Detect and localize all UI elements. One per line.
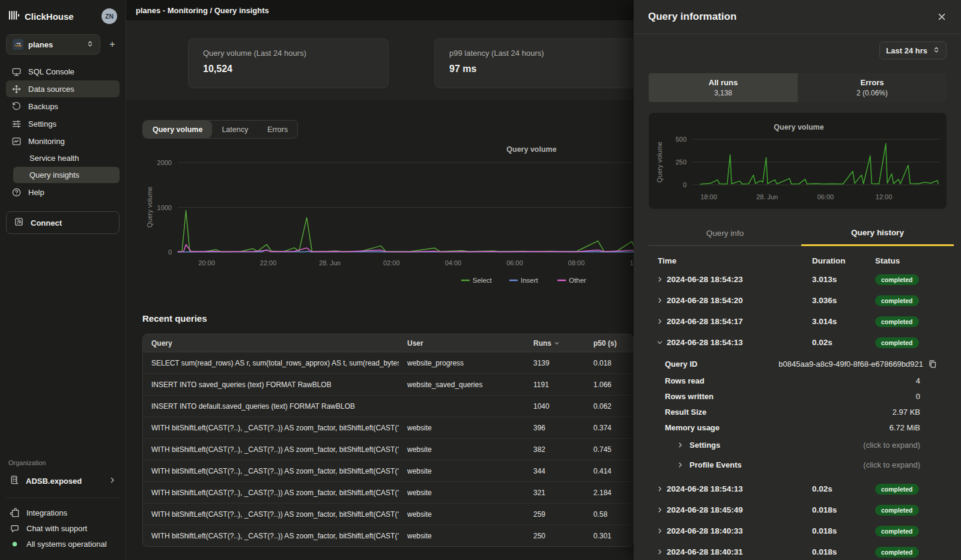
connect-button[interactable]: Connect (6, 211, 120, 234)
detail-label: Rows written (665, 392, 714, 401)
segment-errors[interactable]: Errors 2 (0.06%) (798, 73, 947, 102)
svg-text:22:00: 22:00 (260, 259, 277, 266)
history-row[interactable]: 2024-06-28 18:40:330.018scompleted (649, 520, 947, 541)
status-dot-icon (10, 539, 20, 549)
footer-item-integrations[interactable]: Integrations (6, 505, 120, 520)
time-range-value: Last 24 hrs (886, 46, 927, 55)
tab-query-volume[interactable]: Query volume (143, 121, 212, 138)
sidebar-item-label: Help (28, 188, 44, 197)
chevron-right-icon (109, 477, 116, 484)
table-row[interactable]: WITH bitShiftLeft(CAST(?..), _CAST(?..))… (143, 504, 633, 525)
segment-all-runs[interactable]: All runs 3,138 (649, 73, 798, 102)
tab-query-history[interactable]: Query history (801, 221, 954, 246)
history-row[interactable]: 2024-06-28 18:54:233.013scompleted (649, 269, 947, 290)
sidebar-item-label: SQL Console (28, 67, 74, 76)
chevron-right-icon (656, 528, 663, 534)
chevron-right-icon (656, 318, 663, 325)
time-range-select[interactable]: Last 24 hrs (879, 41, 947, 59)
sidebar-item-monitoring[interactable]: Monitoring (6, 133, 120, 149)
detail-row-memory-usage: Memory usage6.72 MiB (649, 420, 947, 435)
organization-row[interactable]: ADSB.exposed (6, 472, 120, 490)
chevron-right-icon (649, 318, 667, 325)
history-row[interactable]: 2024-06-28 18:45:490.018scompleted (649, 499, 947, 520)
table-row[interactable]: WITH bitShiftLeft(CAST(?..), _CAST(?..))… (143, 482, 633, 504)
cell-query: WITH bitShiftLeft(CAST(?..), _CAST(?..))… (143, 445, 399, 454)
chevron-right-icon (649, 507, 667, 513)
sidebar-item-help[interactable]: Help (6, 184, 120, 200)
tab-errors[interactable]: Errors (258, 121, 297, 138)
query-information-drawer: Query information Last 24 hrs All runs 3… (634, 0, 961, 560)
footer-item-all-systems-operational[interactable]: All systems operational (6, 536, 120, 552)
connect-icon (14, 217, 24, 227)
table-row[interactable]: INSERT INTO default.saved_queries (text)… (143, 396, 633, 417)
expander-label: Profile Events (690, 460, 742, 469)
svg-text:28. Jun: 28. Jun (756, 193, 778, 200)
expander-settings[interactable]: Settings(click to expand) (649, 435, 947, 455)
chevron-right-icon (649, 297, 667, 304)
close-icon[interactable] (937, 12, 947, 22)
table-row[interactable]: WITH bitShiftLeft(CAST(?..), _CAST(?..))… (143, 439, 633, 460)
cell-runs: 344 (525, 467, 585, 475)
history-status: completed (875, 505, 947, 516)
column-header-runs[interactable]: Runs (525, 339, 585, 348)
detail-label: Memory usage (665, 423, 720, 432)
svg-text:Other: Other (569, 277, 586, 284)
sidebar-item-settings[interactable]: Settings (6, 115, 120, 132)
svg-text:Select: Select (473, 277, 493, 284)
sidebar-item-label: Service health (29, 154, 79, 163)
cell-runs: 1040 (525, 402, 585, 411)
history-row[interactable]: 2024-06-28 18:54:173.014scompleted (649, 311, 947, 332)
chevron-right-icon (649, 549, 667, 555)
column-header-query[interactable]: Query (143, 339, 399, 348)
sidebar-item-data-sources[interactable]: Data sources (6, 80, 120, 97)
history-header: TimeDurationStatus (649, 252, 947, 269)
tab-query-info[interactable]: Query info (649, 221, 801, 246)
query-history: TimeDurationStatus2024-06-28 18:54:233.0… (649, 252, 947, 560)
sidebar-item-service-health[interactable]: Service health (13, 150, 120, 166)
status-badge: completed (875, 526, 919, 537)
cell-query: INSERT INTO default.saved_queries (text)… (143, 402, 399, 411)
column-header-p50-s[interactable]: p50 (s) (585, 339, 633, 348)
connect-label: Connect (31, 218, 62, 227)
expander-profile-events[interactable]: Profile Events(click to expand) (649, 455, 947, 475)
history-row[interactable]: 2024-06-28 18:54:203.036scompleted (649, 290, 947, 311)
table-row[interactable]: SELECT sum(read_rows) AS r, sum(total_ro… (143, 352, 633, 374)
connect-icon (14, 217, 24, 229)
svg-text:20:00: 20:00 (198, 259, 215, 266)
sidebar-item-query-insights[interactable]: Query insights (13, 167, 120, 183)
history-duration: 0.018s (806, 526, 875, 535)
avatar[interactable]: ZN (102, 8, 117, 24)
brand[interactable]: ClickHouse ZN (6, 6, 120, 25)
table-row[interactable]: WITH bitShiftLeft(CAST(?..), _CAST(?..))… (143, 417, 633, 439)
detail-value: 6.72 MiB (890, 423, 920, 432)
sidebar-item-backups[interactable]: Backups (6, 98, 120, 115)
history-status: completed (875, 547, 947, 558)
chevron-updown-icon (933, 46, 940, 53)
chevron-right-icon (649, 276, 667, 283)
svg-text:02:00: 02:00 (383, 259, 400, 266)
chart-tabs: Query volumeLatencyErrors (142, 120, 298, 139)
table-header: QueryUserRunsp50 (s) (143, 334, 633, 352)
column-header-user[interactable]: User (399, 339, 525, 348)
table-row[interactable]: WITH bitShiftLeft(CAST(?..), _CAST(?..))… (143, 460, 633, 482)
clickhouse-logo-icon (8, 10, 20, 23)
segment-label: Errors (860, 78, 884, 87)
cell-user: website (399, 532, 525, 540)
history-row[interactable]: 2024-06-28 18:54:130.02scompleted (649, 332, 947, 353)
history-row[interactable]: 2024-06-28 18:40:310.018scompleted (649, 541, 947, 560)
history-row[interactable]: 2024-06-28 18:54:130.02scompleted (649, 478, 947, 499)
runs-errors-segments: All runs 3,138 Errors 2 (0.06%) (649, 73, 947, 102)
sidebar-item-sql-console[interactable]: SQL Console (6, 63, 120, 80)
svg-text:500: 500 (676, 136, 687, 143)
backups-icon (11, 101, 22, 112)
tab-latency[interactable]: Latency (212, 121, 258, 138)
history-status: completed (875, 526, 947, 537)
service-select[interactable]: planes (6, 34, 100, 55)
drawer-title: Query information (648, 11, 736, 23)
table-row[interactable]: WITH bitShiftLeft(CAST(?..), _CAST(?..))… (143, 525, 633, 546)
copy-icon[interactable] (928, 360, 937, 369)
footer-item-chat-with-support[interactable]: Chat with support (6, 520, 120, 536)
svg-text:04:00: 04:00 (445, 259, 462, 266)
table-row[interactable]: INSERT INTO saved_queries (text) FORMAT … (143, 374, 633, 396)
add-service-button[interactable]: + (105, 38, 120, 50)
